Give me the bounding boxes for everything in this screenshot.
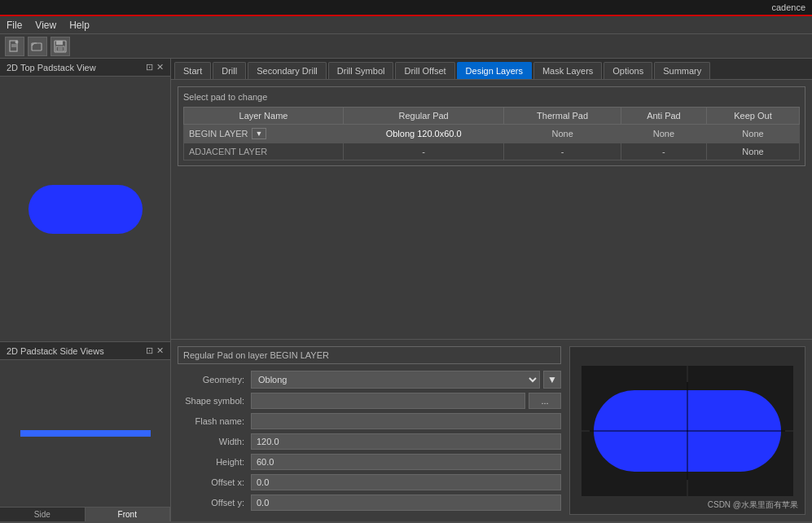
offset-x-row: Offset x:	[178, 474, 561, 490]
menu-file[interactable]: File	[7, 20, 22, 31]
open-button[interactable]	[28, 37, 47, 56]
watermark: CSDN @水果里面有苹果	[708, 499, 798, 511]
side-view-icons: ⊡ ✕	[146, 345, 164, 356]
table-section-title: Select pad to change	[183, 92, 800, 102]
keep-out-begin[interactable]: None	[707, 125, 800, 143]
tab-drill-offset[interactable]: Drill Offset	[395, 62, 454, 79]
title-bar: cadence	[0, 0, 812, 16]
side-view-line	[20, 430, 151, 437]
table-section: Select pad to change Layer Name Regular …	[171, 80, 812, 339]
table-header-row: Layer Name Regular Pad Thermal Pad Anti …	[184, 108, 800, 125]
offset-y-row: Offset y:	[178, 494, 561, 511]
top-view-svg	[20, 169, 151, 250]
regular-pad-begin[interactable]: Oblong 120.0x60.0	[343, 125, 503, 143]
width-input[interactable]	[251, 433, 561, 450]
pad-preview-svg	[582, 366, 793, 496]
anti-pad-adjacent[interactable]: -	[621, 143, 706, 160]
tab-options[interactable]: Options	[604, 62, 652, 79]
shape-symbol-row: Shape symbol: ...	[178, 393, 561, 409]
new-button[interactable]	[5, 37, 24, 56]
flash-name-row: Flash name:	[178, 413, 561, 429]
offset-y-input[interactable]	[251, 494, 561, 511]
form-title: Regular Pad on layer BEGIN LAYER	[178, 346, 561, 364]
geometry-row: Geometry: Oblong Circle Square Rectangle…	[178, 371, 561, 389]
width-label: Width:	[178, 437, 251, 446]
shape-symbol-label: Shape symbol:	[178, 396, 251, 406]
toolbar	[0, 34, 812, 59]
top-view-title-bar: 2D Top Padstack View ⊡ ✕	[0, 59, 170, 77]
thermal-pad-adjacent[interactable]: -	[504, 143, 621, 160]
width-row: Width:	[178, 433, 561, 450]
tab-start[interactable]: Start	[174, 62, 211, 79]
save-button[interactable]	[50, 37, 70, 56]
menu-view[interactable]: View	[35, 20, 56, 31]
keep-out-adjacent[interactable]: None	[707, 143, 800, 160]
offset-y-label: Offset y:	[178, 498, 251, 508]
col-anti-pad: Anti Pad	[621, 108, 706, 125]
top-view-canvas	[0, 77, 170, 342]
col-layer-name: Layer Name	[184, 108, 344, 125]
tab-drill[interactable]: Drill	[213, 62, 246, 79]
svg-rect-9	[29, 185, 143, 234]
side-view-title-bar: 2D Padstack Side Views ⊡ ✕	[0, 342, 170, 360]
top-view-label: 2D Top Padstack View	[7, 63, 96, 73]
height-label: Height:	[178, 457, 251, 467]
browse-button[interactable]: ...	[529, 393, 561, 409]
tab-summary[interactable]: Summary	[654, 62, 710, 79]
regular-pad-adjacent[interactable]: -	[343, 143, 503, 160]
form-left: Regular Pad on layer BEGIN LAYER Geometr…	[178, 346, 561, 515]
tab-drill-symbol[interactable]: Drill Symbol	[328, 62, 394, 79]
right-panel: Start Drill Secondary Drill Drill Symbol…	[171, 59, 812, 521]
layer-table: Layer Name Regular Pad Thermal Pad Anti …	[183, 107, 800, 160]
view-tabs: Side Front	[0, 507, 170, 521]
menu-bar: File View Help	[0, 16, 812, 34]
tab-side[interactable]: Side	[0, 508, 86, 521]
layer-name-adjacent[interactable]: ADJACENT LAYER	[184, 143, 344, 160]
offset-x-label: Offset x:	[178, 477, 251, 487]
col-thermal-pad: Thermal Pad	[504, 108, 621, 125]
begin-layer-dropdown[interactable]: ▼	[252, 128, 267, 139]
side-view-close-icon[interactable]: ✕	[156, 345, 164, 356]
tab-design-layers[interactable]: Design Layers	[457, 62, 532, 79]
table-row[interactable]: BEGIN LAYER ▼ Oblong 120.0x60.0 None Non…	[184, 125, 800, 143]
height-input[interactable]	[251, 454, 561, 470]
geometry-dropdown-btn[interactable]: ▼	[543, 371, 561, 389]
left-panel: 2D Top Padstack View ⊡ ✕ 2D Padstack Sid…	[0, 59, 171, 521]
col-regular-pad: Regular Pad	[343, 108, 503, 125]
tab-mask-layers[interactable]: Mask Layers	[533, 62, 602, 79]
tab-secondary-drill[interactable]: Secondary Drill	[248, 62, 327, 79]
svg-rect-5	[56, 41, 63, 45]
offset-x-input[interactable]	[251, 474, 561, 490]
layer-name-begin[interactable]: BEGIN LAYER ▼	[184, 125, 344, 143]
geometry-select[interactable]: Oblong Circle Square Rectangle	[251, 371, 540, 389]
top-view-close-icon[interactable]: ✕	[156, 62, 164, 73]
table-row[interactable]: ADJACENT LAYER - - - None	[184, 143, 800, 160]
flash-name-label: Flash name:	[178, 416, 251, 426]
main-tabs: Start Drill Secondary Drill Drill Symbol…	[171, 59, 812, 80]
main-content: 2D Top Padstack View ⊡ ✕ 2D Padstack Sid…	[0, 59, 812, 521]
geometry-select-group: Oblong Circle Square Rectangle ▼	[251, 371, 561, 389]
thermal-pad-begin[interactable]: None	[504, 125, 621, 143]
side-view-canvas	[0, 360, 170, 507]
height-row: Height:	[178, 454, 561, 470]
pad-preview-container: CSDN @水果里面有苹果	[569, 346, 805, 515]
dropdown-arrow-icon: ▼	[256, 130, 263, 138]
svg-rect-7	[58, 47, 63, 51]
side-view-label: 2D Padstack Side Views	[7, 346, 104, 356]
shape-symbol-input[interactable]	[251, 393, 525, 409]
side-view-panel: 2D Padstack Side Views ⊡ ✕ Side Front	[0, 342, 170, 521]
form-section: Regular Pad on layer BEGIN LAYER Geometr…	[171, 339, 812, 521]
anti-pad-begin[interactable]: None	[621, 125, 706, 143]
app-title: cadence	[771, 2, 805, 12]
side-view-restore-icon[interactable]: ⊡	[146, 345, 153, 356]
top-view-restore-icon[interactable]: ⊡	[146, 62, 153, 73]
menu-help[interactable]: Help	[69, 20, 90, 31]
top-view-icons: ⊡ ✕	[146, 62, 164, 73]
begin-layer-label: BEGIN LAYER	[189, 129, 248, 138]
flash-name-input[interactable]	[251, 413, 561, 429]
table-border: Select pad to change Layer Name Regular …	[178, 86, 805, 166]
geometry-label: Geometry:	[178, 375, 251, 385]
col-keep-out: Keep Out	[707, 108, 800, 125]
tab-front[interactable]: Front	[86, 508, 171, 521]
